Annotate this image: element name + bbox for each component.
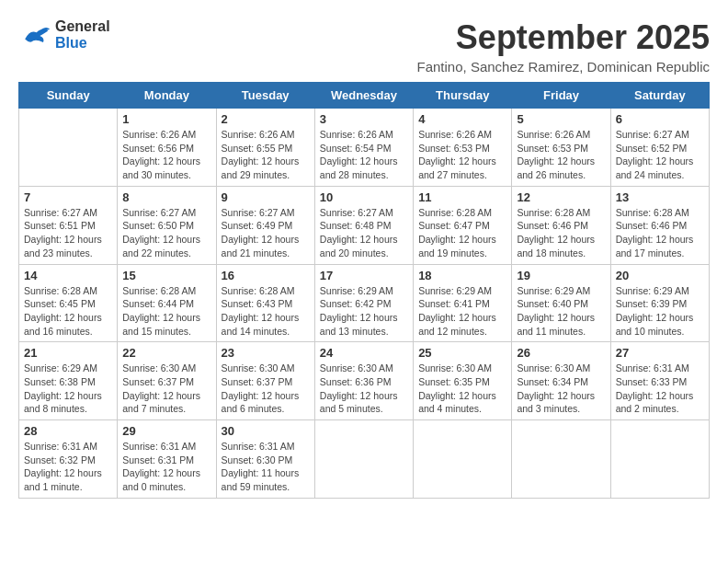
calendar-cell: 29Sunrise: 6:31 AM Sunset: 6:31 PM Dayli… [118,420,216,499]
calendar-cell: 18Sunrise: 6:29 AM Sunset: 6:41 PM Dayli… [414,264,512,342]
cell-content: Sunrise: 6:27 AM Sunset: 6:51 PM Dayligh… [24,206,112,260]
calendar-cell: 19Sunrise: 6:29 AM Sunset: 6:40 PM Dayli… [512,264,610,342]
calendar-cell: 1Sunrise: 6:26 AM Sunset: 6:56 PM Daylig… [118,109,216,187]
cell-content: Sunrise: 6:28 AM Sunset: 6:43 PM Dayligh… [222,284,310,339]
cell-content: Sunrise: 6:30 AM Sunset: 6:34 PM Dayligh… [517,362,605,416]
calendar-cell: 13Sunrise: 6:28 AM Sunset: 6:46 PM Dayli… [610,186,709,264]
calendar-cell: 15Sunrise: 6:28 AM Sunset: 6:44 PM Dayli… [118,264,216,342]
cell-content: Sunrise: 6:27 AM Sunset: 6:48 PM Dayligh… [320,206,408,260]
location-subtitle: Fantino, Sanchez Ramirez, Dominican Repu… [417,59,710,75]
calendar-cell [314,420,413,499]
calendar-cell: 4Sunrise: 6:26 AM Sunset: 6:53 PM Daylig… [414,109,512,187]
calendar-cell: 28Sunrise: 6:31 AM Sunset: 6:32 PM Dayli… [19,420,118,499]
day-number: 26 [517,346,605,360]
calendar-cell: 30Sunrise: 6:31 AM Sunset: 6:30 PM Dayli… [216,420,314,499]
page-header: General Blue September 2025 Fantino, San… [18,18,710,75]
day-number: 23 [222,346,310,360]
calendar-cell: 22Sunrise: 6:30 AM Sunset: 6:37 PM Dayli… [118,342,216,420]
calendar-cell: 23Sunrise: 6:30 AM Sunset: 6:37 PM Dayli… [216,342,314,420]
cell-content: Sunrise: 6:26 AM Sunset: 6:53 PM Dayligh… [418,128,506,182]
day-number: 15 [122,269,210,282]
day-number: 19 [517,269,605,282]
calendar-cell: 25Sunrise: 6:30 AM Sunset: 6:35 PM Dayli… [414,342,512,420]
calendar-cell: 10Sunrise: 6:27 AM Sunset: 6:48 PM Dayli… [314,186,413,264]
calendar-cell: 12Sunrise: 6:28 AM Sunset: 6:46 PM Dayli… [512,186,610,264]
day-number: 21 [24,346,112,360]
day-number: 17 [320,269,408,282]
cell-content: Sunrise: 6:30 AM Sunset: 6:36 PM Dayligh… [320,362,408,416]
calendar-cell: 6Sunrise: 6:27 AM Sunset: 6:52 PM Daylig… [610,109,709,187]
calendar-week-2: 7Sunrise: 6:27 AM Sunset: 6:51 PM Daylig… [19,186,710,264]
day-number: 1 [122,112,210,126]
day-number: 30 [222,424,310,438]
day-number: 22 [122,346,210,360]
calendar-cell: 3Sunrise: 6:26 AM Sunset: 6:54 PM Daylig… [314,109,413,187]
title-area: September 2025 Fantino, Sanchez Ramirez,… [417,18,710,75]
calendar-cell: 17Sunrise: 6:29 AM Sunset: 6:42 PM Dayli… [314,264,413,342]
cell-content: Sunrise: 6:27 AM Sunset: 6:49 PM Dayligh… [222,206,310,260]
cell-content: Sunrise: 6:31 AM Sunset: 6:32 PM Dayligh… [24,440,112,494]
calendar-cell: 16Sunrise: 6:28 AM Sunset: 6:43 PM Dayli… [216,264,314,342]
calendar-cell: 27Sunrise: 6:31 AM Sunset: 6:33 PM Dayli… [610,342,709,420]
day-number: 2 [222,112,310,126]
calendar-cell: 24Sunrise: 6:30 AM Sunset: 6:36 PM Dayli… [314,342,413,420]
weekday-header-tuesday: Tuesday [216,83,314,109]
calendar-cell [610,420,709,499]
calendar-cell [19,109,118,187]
calendar-cell: 2Sunrise: 6:26 AM Sunset: 6:55 PM Daylig… [216,109,314,187]
calendar-week-5: 28Sunrise: 6:31 AM Sunset: 6:32 PM Dayli… [19,420,710,499]
day-number: 20 [616,269,704,282]
calendar-cell: 21Sunrise: 6:29 AM Sunset: 6:38 PM Dayli… [19,342,118,420]
day-number: 16 [222,269,310,282]
calendar-cell: 14Sunrise: 6:28 AM Sunset: 6:45 PM Dayli… [19,264,118,342]
calendar-cell: 9Sunrise: 6:27 AM Sunset: 6:49 PM Daylig… [216,186,314,264]
day-number: 3 [320,112,408,126]
logo: General Blue [18,18,110,51]
cell-content: Sunrise: 6:26 AM Sunset: 6:53 PM Dayligh… [517,128,605,182]
day-number: 28 [24,424,112,438]
cell-content: Sunrise: 6:28 AM Sunset: 6:46 PM Dayligh… [517,206,605,260]
calendar-week-3: 14Sunrise: 6:28 AM Sunset: 6:45 PM Dayli… [19,264,710,342]
logo-text: General Blue [55,18,110,51]
cell-content: Sunrise: 6:29 AM Sunset: 6:40 PM Dayligh… [517,284,605,339]
cell-content: Sunrise: 6:28 AM Sunset: 6:46 PM Dayligh… [616,206,704,260]
weekday-header-saturday: Saturday [610,83,709,109]
calendar-cell: 20Sunrise: 6:29 AM Sunset: 6:39 PM Dayli… [610,264,709,342]
day-number: 24 [320,346,408,360]
day-number: 11 [418,190,506,204]
weekday-header-monday: Monday [118,83,216,109]
cell-content: Sunrise: 6:28 AM Sunset: 6:45 PM Dayligh… [24,284,112,339]
cell-content: Sunrise: 6:26 AM Sunset: 6:56 PM Dayligh… [122,128,210,182]
logo-icon [18,22,51,48]
day-number: 29 [122,424,210,438]
calendar-cell [512,420,610,499]
logo-general: General [55,18,110,35]
day-number: 9 [222,190,310,204]
day-number: 6 [616,112,704,126]
cell-content: Sunrise: 6:26 AM Sunset: 6:55 PM Dayligh… [222,128,310,182]
cell-content: Sunrise: 6:31 AM Sunset: 6:33 PM Dayligh… [616,362,704,416]
calendar-cell: 7Sunrise: 6:27 AM Sunset: 6:51 PM Daylig… [19,186,118,264]
calendar-cell: 26Sunrise: 6:30 AM Sunset: 6:34 PM Dayli… [512,342,610,420]
weekday-header-wednesday: Wednesday [314,83,413,109]
cell-content: Sunrise: 6:29 AM Sunset: 6:42 PM Dayligh… [320,284,408,339]
day-number: 14 [24,269,112,282]
day-number: 25 [418,346,506,360]
cell-content: Sunrise: 6:29 AM Sunset: 6:39 PM Dayligh… [616,284,704,339]
cell-content: Sunrise: 6:29 AM Sunset: 6:38 PM Dayligh… [24,362,112,416]
calendar-table: SundayMondayTuesdayWednesdayThursdayFrid… [18,82,710,499]
weekday-header-friday: Friday [512,83,610,109]
cell-content: Sunrise: 6:26 AM Sunset: 6:54 PM Dayligh… [320,128,408,182]
month-title: September 2025 [417,18,710,57]
day-number: 10 [320,190,408,204]
day-number: 18 [418,269,506,282]
cell-content: Sunrise: 6:30 AM Sunset: 6:37 PM Dayligh… [222,362,310,416]
cell-content: Sunrise: 6:29 AM Sunset: 6:41 PM Dayligh… [418,284,506,339]
cell-content: Sunrise: 6:31 AM Sunset: 6:30 PM Dayligh… [222,440,310,494]
calendar-cell: 11Sunrise: 6:28 AM Sunset: 6:47 PM Dayli… [414,186,512,264]
day-number: 12 [517,190,605,204]
calendar-week-1: 1Sunrise: 6:26 AM Sunset: 6:56 PM Daylig… [19,109,710,187]
calendar-cell: 8Sunrise: 6:27 AM Sunset: 6:50 PM Daylig… [118,186,216,264]
day-number: 7 [24,190,112,204]
cell-content: Sunrise: 6:31 AM Sunset: 6:31 PM Dayligh… [122,440,210,494]
